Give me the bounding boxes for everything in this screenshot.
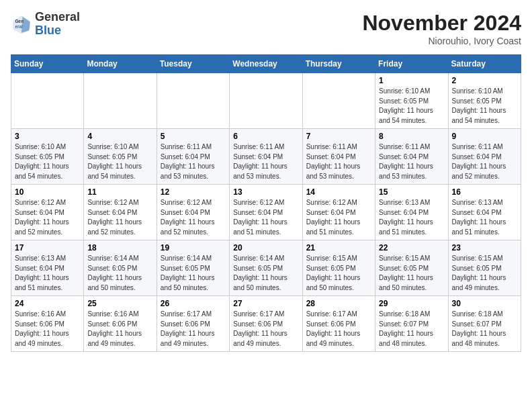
- location: Niorouhio, Ivory Coast: [362, 36, 521, 46]
- calendar-cell: 25Sunrise: 6:16 AM Sunset: 6:06 PM Dayli…: [84, 296, 157, 352]
- calendar-cell: 10Sunrise: 6:12 AM Sunset: 6:04 PM Dayli…: [11, 185, 84, 240]
- calendar-cell: 6Sunrise: 6:11 AM Sunset: 6:04 PM Daylig…: [230, 129, 302, 185]
- day-info: Sunrise: 6:11 AM Sunset: 6:04 PM Dayligh…: [379, 142, 444, 181]
- day-number: 2: [452, 76, 517, 85]
- calendar-cell: 15Sunrise: 6:13 AM Sunset: 6:04 PM Dayli…: [375, 185, 448, 240]
- day-number: 5: [161, 132, 226, 141]
- day-info: Sunrise: 6:11 AM Sunset: 6:04 PM Dayligh…: [233, 142, 298, 181]
- calendar-cell: 26Sunrise: 6:17 AM Sunset: 6:06 PM Dayli…: [157, 296, 229, 352]
- calendar-week-row: 17Sunrise: 6:13 AM Sunset: 6:04 PM Dayli…: [11, 240, 521, 296]
- day-info: Sunrise: 6:12 AM Sunset: 6:04 PM Dayligh…: [161, 198, 226, 237]
- day-info: Sunrise: 6:13 AM Sunset: 6:04 PM Dayligh…: [15, 254, 80, 293]
- calendar-cell: 28Sunrise: 6:17 AM Sunset: 6:06 PM Dayli…: [302, 296, 375, 352]
- day-number: 27: [233, 299, 298, 308]
- calendar-cell: 1Sunrise: 6:10 AM Sunset: 6:05 PM Daylig…: [375, 73, 448, 129]
- logo-icon: Gen eral: [11, 13, 32, 35]
- day-info: Sunrise: 6:15 AM Sunset: 6:05 PM Dayligh…: [379, 254, 444, 293]
- day-info: Sunrise: 6:11 AM Sunset: 6:04 PM Dayligh…: [161, 142, 226, 181]
- month-title: November 2024: [362, 11, 521, 36]
- day-number: 6: [233, 132, 298, 141]
- day-number: 9: [452, 132, 517, 141]
- day-number: 7: [306, 132, 371, 141]
- calendar-table: SundayMondayTuesdayWednesdayThursdayFrid…: [11, 54, 521, 352]
- weekday-header: Thursday: [302, 55, 375, 73]
- day-info: Sunrise: 6:12 AM Sunset: 6:04 PM Dayligh…: [233, 198, 298, 237]
- day-number: 28: [306, 299, 371, 308]
- day-number: 22: [379, 243, 444, 253]
- day-number: 30: [452, 299, 517, 308]
- calendar-cell: 18Sunrise: 6:14 AM Sunset: 6:05 PM Dayli…: [84, 240, 157, 296]
- day-info: Sunrise: 6:10 AM Sunset: 6:05 PM Dayligh…: [87, 142, 152, 181]
- calendar-cell: 30Sunrise: 6:18 AM Sunset: 6:07 PM Dayli…: [448, 296, 521, 352]
- day-number: 8: [379, 132, 444, 141]
- day-number: 14: [306, 187, 371, 197]
- day-info: Sunrise: 6:10 AM Sunset: 6:05 PM Dayligh…: [379, 87, 444, 126]
- calendar-cell: [84, 73, 157, 129]
- day-info: Sunrise: 6:18 AM Sunset: 6:07 PM Dayligh…: [452, 310, 517, 349]
- day-info: Sunrise: 6:16 AM Sunset: 6:06 PM Dayligh…: [87, 310, 152, 349]
- calendar-cell: 2Sunrise: 6:10 AM Sunset: 6:05 PM Daylig…: [448, 73, 521, 129]
- day-number: 24: [15, 299, 80, 308]
- weekday-header: Tuesday: [157, 55, 229, 73]
- day-info: Sunrise: 6:14 AM Sunset: 6:05 PM Dayligh…: [87, 254, 152, 293]
- day-info: Sunrise: 6:13 AM Sunset: 6:04 PM Dayligh…: [452, 198, 517, 237]
- day-number: 20: [233, 243, 298, 253]
- calendar-cell: 19Sunrise: 6:14 AM Sunset: 6:05 PM Dayli…: [157, 240, 229, 296]
- day-number: 3: [15, 132, 80, 141]
- day-number: 23: [452, 243, 517, 253]
- calendar-cell: 14Sunrise: 6:12 AM Sunset: 6:04 PM Dayli…: [302, 185, 375, 240]
- calendar-week-row: 3Sunrise: 6:10 AM Sunset: 6:05 PM Daylig…: [11, 129, 521, 185]
- weekday-header: Saturday: [448, 55, 521, 73]
- calendar-cell: 9Sunrise: 6:11 AM Sunset: 6:04 PM Daylig…: [448, 129, 521, 185]
- weekday-header: Monday: [84, 55, 157, 73]
- calendar-cell: [230, 73, 302, 129]
- calendar-cell: 22Sunrise: 6:15 AM Sunset: 6:05 PM Dayli…: [375, 240, 448, 296]
- calendar-cell: 21Sunrise: 6:15 AM Sunset: 6:05 PM Dayli…: [302, 240, 375, 296]
- title-block: November 2024 Niorouhio, Ivory Coast: [362, 11, 521, 46]
- calendar-cell: 12Sunrise: 6:12 AM Sunset: 6:04 PM Dayli…: [157, 185, 229, 240]
- calendar-cell: 27Sunrise: 6:17 AM Sunset: 6:06 PM Dayli…: [230, 296, 302, 352]
- day-number: 4: [87, 132, 152, 141]
- day-number: 21: [306, 243, 371, 253]
- day-info: Sunrise: 6:14 AM Sunset: 6:05 PM Dayligh…: [161, 254, 226, 293]
- calendar-cell: 13Sunrise: 6:12 AM Sunset: 6:04 PM Dayli…: [230, 185, 302, 240]
- day-info: Sunrise: 6:12 AM Sunset: 6:04 PM Dayligh…: [306, 198, 371, 237]
- day-number: 19: [161, 243, 226, 253]
- svg-text:Gen: Gen: [15, 19, 24, 24]
- day-number: 1: [379, 76, 444, 85]
- logo-text: General Blue: [35, 11, 80, 38]
- day-info: Sunrise: 6:15 AM Sunset: 6:05 PM Dayligh…: [452, 254, 517, 293]
- day-info: Sunrise: 6:17 AM Sunset: 6:06 PM Dayligh…: [233, 310, 298, 349]
- calendar-cell: 8Sunrise: 6:11 AM Sunset: 6:04 PM Daylig…: [375, 129, 448, 185]
- calendar-cell: 11Sunrise: 6:12 AM Sunset: 6:04 PM Dayli…: [84, 185, 157, 240]
- day-number: 26: [161, 299, 226, 308]
- calendar-cell: [157, 73, 229, 129]
- calendar-cell: 20Sunrise: 6:14 AM Sunset: 6:05 PM Dayli…: [230, 240, 302, 296]
- day-info: Sunrise: 6:12 AM Sunset: 6:04 PM Dayligh…: [15, 198, 80, 237]
- day-info: Sunrise: 6:14 AM Sunset: 6:05 PM Dayligh…: [233, 254, 298, 293]
- day-number: 29: [379, 299, 444, 308]
- calendar-cell: 16Sunrise: 6:13 AM Sunset: 6:04 PM Dayli…: [448, 185, 521, 240]
- day-info: Sunrise: 6:12 AM Sunset: 6:04 PM Dayligh…: [87, 198, 152, 237]
- day-info: Sunrise: 6:10 AM Sunset: 6:05 PM Dayligh…: [15, 142, 80, 181]
- weekday-header: Sunday: [11, 55, 84, 73]
- calendar-week-row: 1Sunrise: 6:10 AM Sunset: 6:05 PM Daylig…: [11, 73, 521, 129]
- day-number: 13: [233, 187, 298, 197]
- calendar-cell: 3Sunrise: 6:10 AM Sunset: 6:05 PM Daylig…: [11, 129, 84, 185]
- calendar-cell: 29Sunrise: 6:18 AM Sunset: 6:07 PM Dayli…: [375, 296, 448, 352]
- day-number: 15: [379, 187, 444, 197]
- day-number: 11: [87, 187, 152, 197]
- calendar-week-row: 10Sunrise: 6:12 AM Sunset: 6:04 PM Dayli…: [11, 185, 521, 240]
- calendar-cell: 23Sunrise: 6:15 AM Sunset: 6:05 PM Dayli…: [448, 240, 521, 296]
- day-number: 12: [161, 187, 226, 197]
- logo: Gen eral General Blue: [11, 11, 80, 38]
- day-info: Sunrise: 6:13 AM Sunset: 6:04 PM Dayligh…: [379, 198, 444, 237]
- day-info: Sunrise: 6:18 AM Sunset: 6:07 PM Dayligh…: [379, 310, 444, 349]
- day-info: Sunrise: 6:17 AM Sunset: 6:06 PM Dayligh…: [306, 310, 371, 349]
- calendar-cell: [302, 73, 375, 129]
- calendar-cell: 24Sunrise: 6:16 AM Sunset: 6:06 PM Dayli…: [11, 296, 84, 352]
- day-info: Sunrise: 6:16 AM Sunset: 6:06 PM Dayligh…: [15, 310, 80, 349]
- calendar-cell: [11, 73, 84, 129]
- day-info: Sunrise: 6:10 AM Sunset: 6:05 PM Dayligh…: [452, 87, 517, 126]
- day-number: 10: [15, 187, 80, 197]
